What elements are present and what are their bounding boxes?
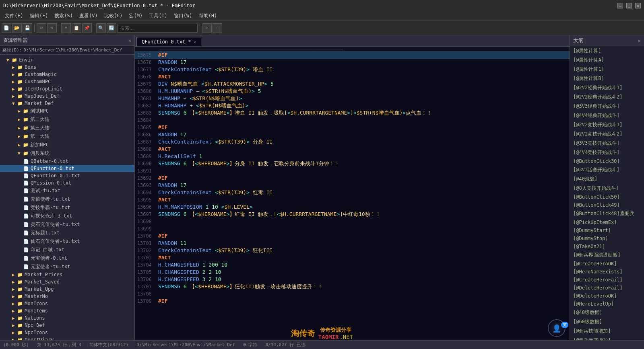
rp-item-7[interactable]: [@4V4经典开始战斗] (570, 111, 644, 120)
cut-button[interactable]: ✂ (61, 23, 71, 33)
tree-item-yuanbao0[interactable]: 📄 元宝使者-0.txt (0, 254, 134, 263)
tree-item-mapquest[interactable]: ▶ 📁 MapQuest_Def (0, 92, 134, 100)
menu-edit[interactable]: 编辑(E) (27, 12, 52, 20)
rp-item-25[interactable]: [@HeroNameExists] (570, 268, 644, 276)
rp-item-17[interactable]: [@ButtonClick49] (570, 201, 644, 209)
tree-item-monitems[interactable]: ▶ 📁 MonItems (0, 307, 134, 314)
menu-search[interactable]: 搜索(S) (51, 12, 76, 20)
tree-item-marketdef[interactable]: ▼ 📁 Market_Def (0, 100, 134, 107)
menu-window[interactable]: 窗口(W) (171, 12, 196, 20)
tree-item-yinji[interactable]: 📄 印记-白城.txt (0, 246, 134, 254)
tree-item-continent2[interactable]: ▶ 📁 第二大陆 (0, 115, 134, 124)
search-input[interactable] (117, 24, 198, 33)
rp-item-0[interactable]: [@属性计算] (570, 46, 644, 55)
rp-item-27[interactable]: [@DeleteHeroFail] (570, 284, 644, 292)
sidebar-close-button[interactable]: ✕ (128, 38, 131, 43)
rightpanel-close-button[interactable]: ✕ (638, 38, 641, 44)
menu-macro[interactable]: 宏(M) (126, 12, 146, 20)
tree-item-xianshi-tu[interactable]: 📄 仙石充值使者-tu.txt (0, 237, 134, 246)
tree-item-npcicons[interactable]: ▶ 📁 NpcIcons (0, 329, 134, 336)
copy-button[interactable]: 📋 (72, 23, 81, 33)
tree-item-untitled[interactable]: 📄 无标题1.txt (0, 229, 134, 237)
menu-help[interactable]: 帮助(H) (196, 12, 221, 20)
tree-item-qmission[interactable]: 📄 QMission-0.txt (0, 179, 134, 187)
tree-item-keshihua-tu[interactable]: 📄 可视化仓库-3.txt (0, 212, 134, 220)
rp-item-15[interactable]: [@8人竞技开始战斗] (570, 184, 644, 193)
tree-item-questdiary[interactable]: ▶ 📁 QuestDiary (0, 336, 134, 340)
find-button[interactable]: 🔍 (96, 23, 106, 33)
tree-item-market-upg[interactable]: ▶ 📁 Market_Upg (0, 285, 134, 293)
sidebar-tree[interactable]: ▼ 📁 Envir ▶ 📁 Boxs ▶ 📁 CustomMagic ▶ 📁 C… (0, 55, 134, 340)
rp-item-16[interactable]: [@ButtonClick50] (570, 193, 644, 201)
tree-item-custommodic[interactable]: ▶ 📁 CustomMagic (0, 71, 134, 78)
rp-item-12[interactable]: [@ButtonClick30] (570, 157, 644, 165)
tree-item-qfunction[interactable]: 📄 QFunction-0.txt (0, 165, 134, 172)
rp-item-18[interactable]: [@ButtonClick48]雇佣兵 (570, 209, 644, 218)
tree-item-continent1[interactable]: ▶ 📁 第一大陆 (0, 132, 134, 141)
rp-item-21[interactable]: [@DummyStop] (570, 234, 644, 242)
rp-item-13[interactable]: [@3V3活赛开始战斗] (570, 165, 644, 174)
zoom-in-button[interactable]: + (202, 23, 212, 33)
undo-button[interactable]: ↩ (37, 23, 46, 33)
rp-item-19[interactable]: [@PickUpItemEx] (570, 218, 644, 226)
save-button[interactable]: 💾 (23, 23, 32, 33)
close-button[interactable]: ✕ (635, 3, 641, 8)
tree-item-market-prices[interactable]: ▶ 📁 Market_Prices (0, 271, 134, 278)
rp-item-30[interactable]: [@40级数据] (570, 308, 644, 317)
tree-item-chongzhi-tu[interactable]: 📄 充值使者-tu.txt (0, 195, 134, 203)
tree-item-qfunction01[interactable]: 📄 QFunction-0-1.txt (0, 172, 134, 179)
tree-item-lingshi-tu[interactable]: 📄 灵石充值使者-tu.txt (0, 220, 134, 229)
rp-item-2[interactable]: [@属性计算1] (570, 65, 644, 74)
rp-item-11[interactable]: [@4V4竞技开始战斗] (570, 148, 644, 157)
rp-item-26[interactable]: [@CreateHeroFail] (570, 276, 644, 284)
rp-item-31[interactable]: [@60级数据] (570, 317, 644, 326)
rp-item-9[interactable]: [@2V2竞技开始战斗2] (570, 129, 644, 139)
tree-item-masterno[interactable]: ▶ 📁 MasterNo (0, 293, 134, 300)
rp-item-28[interactable]: [@DeleteHeroOK] (570, 292, 644, 300)
tree-item-nations[interactable]: ▶ 📁 Nations (0, 314, 134, 322)
rp-item-4[interactable]: [@2V2经典开始战斗1] (570, 83, 644, 92)
rp-item-3[interactable]: [@属性计算B] (570, 74, 644, 83)
tab-close-button[interactable]: ✕ (194, 40, 196, 44)
rp-item-10[interactable]: [@3V3竞技开始战斗] (570, 139, 644, 148)
menu-file[interactable]: 文件(F) (2, 12, 27, 20)
replace-button[interactable]: 🔄 (107, 23, 116, 33)
rp-item-1[interactable]: [@属性计算A] (570, 55, 644, 65)
tab-qfunction[interactable]: QFunction-0.txt * ✕ (136, 37, 201, 46)
open-button[interactable]: 📂 (12, 23, 22, 33)
zoom-out-button[interactable]: − (213, 23, 222, 33)
menu-view[interactable]: 查看(V) (76, 12, 101, 20)
rp-item-22[interactable]: [@TakeOn21] (570, 242, 644, 250)
rp-item-23[interactable]: [@佣兵界面踢退勋徽] (570, 250, 644, 260)
tree-item-npcdef[interactable]: ▶ 📁 Npc_Def (0, 322, 134, 329)
rp-item-5[interactable]: [@2V2经典开始战斗2] (570, 92, 644, 102)
rp-item-24[interactable]: [@CreateHeroOK] (570, 260, 644, 268)
redo-button[interactable]: ↪ (47, 23, 57, 33)
tree-item-envir[interactable]: ▼ 📁 Envir (0, 56, 134, 64)
tree-item-monicons[interactable]: ▶ 📁 MonIcons (0, 300, 134, 307)
tree-item-market-saved[interactable]: ▶ 📁 Market_Saved (0, 278, 134, 285)
rp-item-8[interactable]: [@2V2竞技开始战斗1] (570, 120, 644, 129)
rp-item-6[interactable]: [@3V3经典开始战斗] (570, 102, 644, 111)
new-button[interactable]: 📄 (2, 23, 11, 33)
rp-item-20[interactable]: [@DummyStart] (570, 226, 644, 234)
tree-item-continent3[interactable]: ▶ 📁 第三大陆 (0, 124, 134, 132)
menu-compare[interactable]: 比较(C) (101, 12, 126, 20)
maximize-button[interactable]: □ (626, 3, 632, 8)
rp-item-29[interactable]: [@HeroLevelUp] (570, 300, 644, 308)
tree-item-test-tu[interactable]: 📄 测试-tu.txt (0, 187, 134, 195)
menu-tools[interactable]: 工具(T) (146, 12, 171, 20)
rp-item-32[interactable]: [@佣兵技能增加] (570, 326, 644, 336)
tree-item-itemdrop[interactable]: ▶ 📁 ItemDropLimit (0, 85, 134, 92)
minimize-button[interactable]: — (617, 3, 623, 8)
tree-item-customnpc[interactable]: ▶ 📁 CustomNPC (0, 78, 134, 85)
tree-item-jingji-tu[interactable]: 📄 竞技争霸-tu.txt (0, 203, 134, 212)
tree-item-newnpc[interactable]: ▶ 📁 新加NPC (0, 141, 134, 149)
tree-item-boxs[interactable]: ▶ 📁 Boxs (0, 64, 134, 71)
tree-item-yuanbao-tu[interactable]: 📄 元宝使者-tu.txt (0, 263, 134, 271)
code-content[interactable]: 13675 #IF 13676 RANDOM 17 13677 CheckCon… (135, 51, 570, 340)
rp-item-14[interactable]: [@40混战] (570, 174, 644, 184)
tree-item-testnpc[interactable]: ▶ 📁 测试NPC (0, 107, 134, 115)
editor[interactable]: 13675 #IF 13676 RANDOM 17 13677 CheckCon… (135, 51, 570, 340)
tree-item-mercenary[interactable]: ▼ 📁 佣兵系统 (0, 149, 134, 158)
